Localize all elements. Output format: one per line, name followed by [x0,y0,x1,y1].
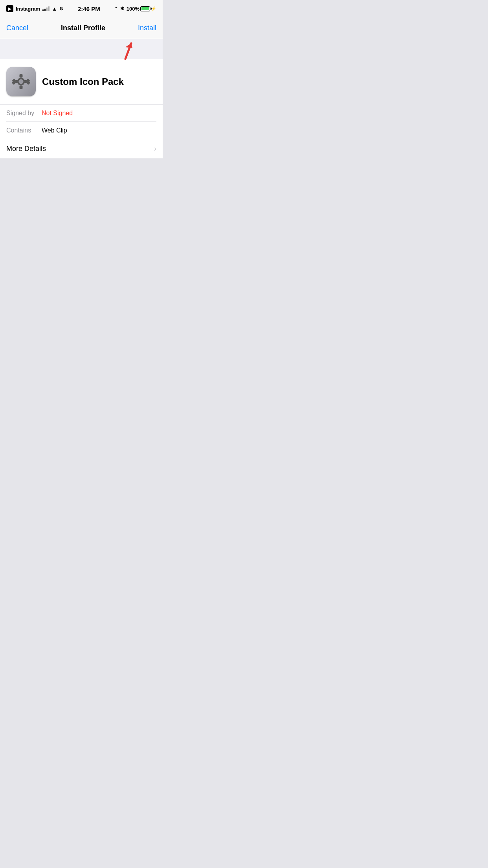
profile-name-label: Custom Icon Pack [42,76,124,87]
nav-title: Install Profile [61,24,105,32]
signal-bars [42,6,50,11]
profile-icon [6,67,36,96]
battery-percent: 100% [127,6,139,12]
signed-by-value: Not Signed [42,110,73,117]
contains-row: Contains Web Clip [6,122,156,139]
battery-icon [140,6,150,11]
bluetooth-icon: ✱ [120,6,124,11]
contains-value: Web Clip [42,127,67,134]
battery-container: 100% ⚡ [127,6,156,12]
charging-icon: ⚡ [151,6,156,11]
details-section: Signed by Not Signed Contains Web Clip [0,105,163,139]
location-icon: ⌃ [114,6,118,11]
status-left: ▶ Instagram ▲ ↻ [6,5,64,12]
install-button[interactable]: Install [138,24,156,32]
svg-rect-6 [20,86,23,89]
nav-bar: Cancel Install Profile Install [0,17,163,39]
more-details-row[interactable]: More Details › [0,139,163,159]
arrow-annotation-area [0,39,163,59]
content-area: Custom Icon Pack Signed by Not Signed Co… [0,59,163,159]
svg-marker-1 [125,43,132,48]
gray-background [0,159,163,355]
status-bar: ▶ Instagram ▲ ↻ 2:46 PM ⌃ ✱ 100% ⚡ [0,0,163,17]
signed-by-row: Signed by Not Signed [6,105,156,122]
cancel-button[interactable]: Cancel [6,24,28,32]
status-time: 2:46 PM [78,6,100,12]
chevron-right-icon: › [154,145,156,153]
sync-icon: ↻ [59,6,64,12]
red-arrow-icon [114,39,135,61]
app-icon: ▶ [6,5,13,12]
more-details-label: More Details [6,145,46,153]
svg-point-4 [19,79,24,84]
signed-by-label: Signed by [6,110,42,117]
status-right: ⌃ ✱ 100% ⚡ [114,6,156,12]
profile-header: Custom Icon Pack [0,59,163,105]
settings-gear-icon [6,67,36,96]
svg-rect-5 [20,74,23,78]
app-name-label: Instagram [16,6,40,12]
battery-fill [141,7,149,10]
contains-label: Contains [6,127,42,134]
wifi-icon: ▲ [52,6,57,12]
